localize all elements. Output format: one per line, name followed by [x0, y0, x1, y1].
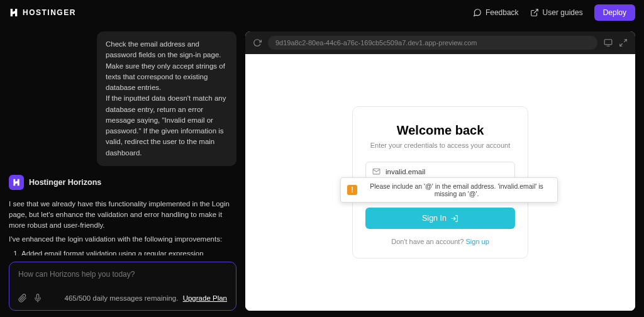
improvements-list: Added email format validation using a re… — [9, 248, 236, 255]
login-subtitle: Enter your credentials to access your ac… — [365, 142, 515, 149]
assistant-line2: I've enhanced the login validation with … — [9, 234, 236, 245]
quota-text: 465/500 daily messages remaining. — [65, 294, 179, 302]
user-message: Check the email address and password fie… — [97, 31, 236, 166]
signup-line: Don't have an account? Sign up — [365, 238, 515, 245]
assistant-avatar-icon — [9, 175, 24, 190]
svg-line-5 — [620, 43, 623, 46]
brand-logo[interactable]: HOSTINGER — [9, 8, 76, 18]
reload-icon[interactable] — [253, 38, 262, 47]
preview-panel: 9d19a8c2-80ea-44c6-a76c-169cb5c509a7.dev… — [245, 25, 644, 317]
login-card: Welcome back Enter your credentials to a… — [352, 106, 528, 259]
assistant-name: Hostinger Horizons — [29, 178, 101, 187]
chat-panel: Check the email address and password fie… — [0, 25, 245, 317]
brand-name: HOSTINGER — [23, 8, 76, 17]
preview-viewport: Welcome back Enter your credentials to a… — [245, 54, 635, 311]
upgrade-plan-link[interactable]: Upgrade Plan — [183, 294, 227, 302]
expand-icon[interactable] — [619, 38, 628, 47]
svg-line-4 — [624, 40, 626, 42]
top-actions: Feedback User guides Deploy — [473, 4, 635, 21]
chat-bubble-icon — [473, 8, 482, 17]
svg-line-0 — [533, 9, 537, 13]
list-item: Added email format validation using a re… — [21, 248, 236, 255]
user-guides-button[interactable]: User guides — [530, 8, 583, 17]
topbar: HOSTINGER Feedback User guides Deploy — [0, 0, 644, 25]
paperclip-icon[interactable] — [18, 294, 27, 303]
warning-icon: ! — [347, 185, 357, 195]
login-arrow-icon — [450, 214, 458, 223]
svg-rect-2 — [604, 40, 612, 45]
feedback-button[interactable]: Feedback — [473, 8, 519, 17]
feedback-label: Feedback — [486, 8, 519, 17]
mic-icon[interactable] — [33, 294, 42, 303]
devices-icon[interactable] — [604, 38, 613, 47]
assistant-message: Hostinger Horizons I see that we already… — [9, 175, 236, 255]
deploy-button[interactable]: Deploy — [594, 4, 635, 21]
external-link-icon — [530, 8, 539, 17]
composer-placeholder: How can Horizons help you today? — [18, 270, 227, 279]
mail-icon — [372, 167, 380, 175]
url-bar: 9d19a8c2-80ea-44c6-a76c-169cb5c509a7.dev… — [245, 31, 635, 54]
login-title: Welcome back — [365, 123, 515, 138]
hostinger-logo-icon — [9, 8, 19, 18]
email-value: invalid.email — [386, 168, 425, 175]
signup-link[interactable]: Sign up — [465, 238, 489, 245]
composer[interactable]: How can Horizons help you today? 465/500… — [9, 262, 236, 311]
assistant-intro: I see that we already have this function… — [9, 199, 236, 231]
tooltip-text: Please include an '@' in the email addre… — [362, 182, 551, 197]
user-guides-label: User guides — [543, 8, 583, 17]
signin-label: Sign In — [422, 214, 447, 223]
validation-tooltip: ! Please include an '@' in the email add… — [340, 177, 558, 203]
url-input[interactable]: 9d19a8c2-80ea-44c6-a76c-169cb5c509a7.dev… — [268, 36, 597, 50]
signin-button[interactable]: Sign In — [365, 208, 515, 229]
